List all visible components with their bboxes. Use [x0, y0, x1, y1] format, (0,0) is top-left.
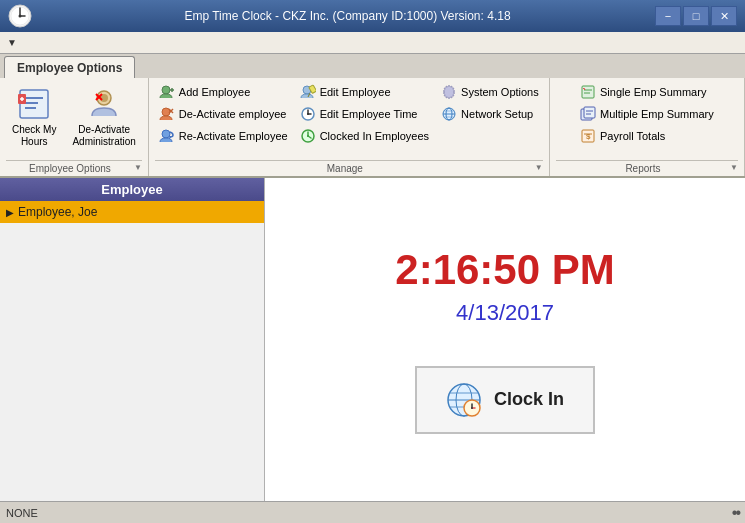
- re-activate-employee-icon: [159, 128, 175, 144]
- clocked-in-employees-button[interactable]: Clocked In Employees: [296, 126, 433, 146]
- manage-col-left: Add Employee De-Activate employee: [155, 82, 292, 146]
- clock-in-label: Clock In: [494, 389, 564, 410]
- manage-col-right: Edit Employee Edit Employee Time: [296, 82, 433, 146]
- svg-point-33: [307, 135, 309, 137]
- employee-panel-header: Employee: [0, 178, 264, 201]
- de-activate-admin-icon: [86, 86, 122, 122]
- main-content: Employee ▶ Employee, Joe 2:16:50 PM 4/13…: [0, 178, 745, 501]
- single-emp-summary-label: Single Emp Summary: [600, 86, 706, 98]
- add-employee-button[interactable]: Add Employee: [155, 82, 292, 102]
- ribbon-group-reports: Single Emp Summary Multiple Emp Summary: [550, 78, 745, 176]
- ribbon-group-reports-content: Single Emp Summary Multiple Emp Summary: [556, 82, 738, 158]
- single-emp-summary-icon: [580, 84, 596, 100]
- multiple-emp-summary-button[interactable]: Multiple Emp Summary: [576, 104, 718, 124]
- multiple-emp-summary-label: Multiple Emp Summary: [600, 108, 714, 120]
- check-my-hours-button[interactable]: Check MyHours: [6, 82, 62, 152]
- svg-point-29: [307, 113, 309, 115]
- clock-in-button[interactable]: Clock In: [415, 366, 595, 434]
- payroll-totals-icon: $: [580, 128, 596, 144]
- clocked-in-icon: [300, 128, 316, 144]
- re-activate-employee-label: Re-Activate Employee: [179, 130, 288, 142]
- tab-row: Employee Options: [0, 54, 745, 78]
- svg-point-19: [162, 108, 170, 116]
- re-activate-employee-button[interactable]: Re-Activate Employee: [155, 126, 292, 146]
- system-options-label: System Options: [461, 86, 539, 98]
- edit-employee-icon: [300, 84, 316, 100]
- clock-date: 4/13/2017: [456, 300, 554, 326]
- svg-point-22: [162, 130, 170, 138]
- selected-arrow: ▶: [6, 207, 14, 218]
- check-my-hours-label: Check MyHours: [12, 124, 56, 148]
- de-activate-employee-label: De-Activate employee: [179, 108, 287, 120]
- ribbon-group-employee-options-content: Check MyHours De-ActivateAdministration: [6, 82, 142, 158]
- svg-point-4: [19, 15, 22, 18]
- svg-rect-44: [584, 107, 595, 118]
- network-setup-button[interactable]: Network Setup: [437, 104, 543, 124]
- svg-point-58: [471, 407, 473, 409]
- de-activate-employee-icon: [159, 106, 175, 122]
- de-activate-admin-label: De-ActivateAdministration: [72, 124, 135, 148]
- edit-employee-time-button[interactable]: Edit Employee Time: [296, 104, 433, 124]
- ribbon-group-manage: Add Employee De-Activate employee: [149, 78, 550, 176]
- de-activate-employee-button[interactable]: De-Activate employee: [155, 104, 292, 124]
- edit-employee-time-icon: [300, 106, 316, 122]
- reports-expander[interactable]: ▼: [730, 163, 738, 172]
- svg-point-16: [162, 86, 170, 94]
- payroll-totals-button[interactable]: $ Payroll Totals: [576, 126, 718, 146]
- employee-name: Employee, Joe: [18, 205, 97, 219]
- add-employee-label: Add Employee: [179, 86, 251, 98]
- maximize-button[interactable]: □: [683, 6, 709, 26]
- minimize-button[interactable]: −: [655, 6, 681, 26]
- system-options-button[interactable]: System Options: [437, 82, 543, 102]
- status-bar-right: ••: [732, 504, 739, 522]
- system-options-icon: [441, 84, 457, 100]
- employee-options-expander[interactable]: ▼: [134, 163, 142, 172]
- status-bar: NONE ••: [0, 501, 745, 523]
- check-my-hours-icon: [16, 86, 52, 122]
- svg-rect-40: [582, 86, 594, 98]
- payroll-totals-label: Payroll Totals: [600, 130, 665, 142]
- status-text: NONE: [6, 507, 38, 519]
- employee-panel: Employee ▶ Employee, Joe: [0, 178, 265, 501]
- edit-employee-label: Edit Employee: [320, 86, 391, 98]
- title-bar: Emp Time Clock - CKZ Inc. (Company ID:10…: [0, 0, 745, 32]
- close-button[interactable]: ✕: [711, 6, 737, 26]
- ribbon-group-reports-label: Reports ▼: [556, 160, 738, 174]
- multiple-emp-summary-icon: [580, 106, 596, 122]
- de-activate-admin-button[interactable]: De-ActivateAdministration: [66, 82, 141, 152]
- reports-col: Single Emp Summary Multiple Emp Summary: [576, 82, 718, 146]
- network-setup-icon: [441, 106, 457, 122]
- clock-area: 2:16:50 PM 4/13/2017 Clock In: [265, 178, 745, 501]
- svg-text:$: $: [586, 132, 591, 141]
- edit-employee-time-label: Edit Employee Time: [320, 108, 418, 120]
- manage-expander[interactable]: ▼: [535, 163, 543, 172]
- ribbon-group-employee-options: Check MyHours De-ActivateAdministration …: [0, 78, 149, 176]
- toolbar-dropdown-icon[interactable]: ▼: [4, 36, 20, 49]
- add-employee-icon: [159, 84, 175, 100]
- ribbon-group-manage-label: Manage ▼: [155, 160, 543, 174]
- window-controls: − □ ✕: [655, 6, 737, 26]
- status-dots: ••: [732, 504, 739, 522]
- ribbon: Check MyHours De-ActivateAdministration …: [0, 78, 745, 178]
- ribbon-group-manage-content: Add Employee De-Activate employee: [155, 82, 543, 158]
- ribbon-group-employee-options-label: Employee Options ▼: [6, 160, 142, 174]
- tab-employee-options[interactable]: Employee Options: [4, 56, 135, 78]
- manage-col-extra: System Options Network Setup: [437, 82, 543, 124]
- edit-employee-button[interactable]: Edit Employee: [296, 82, 433, 102]
- single-emp-summary-button[interactable]: Single Emp Summary: [576, 82, 718, 102]
- network-setup-label: Network Setup: [461, 108, 533, 120]
- clocked-in-employees-label: Clocked In Employees: [320, 130, 429, 142]
- clock-time: 2:16:50 PM: [395, 246, 614, 294]
- quick-access-toolbar: ▼: [0, 32, 745, 54]
- clock-in-icon: [446, 382, 482, 418]
- employee-list-item[interactable]: ▶ Employee, Joe: [0, 201, 264, 223]
- window-title: Emp Time Clock - CKZ Inc. (Company ID:10…: [40, 9, 655, 23]
- app-logo: [8, 4, 32, 28]
